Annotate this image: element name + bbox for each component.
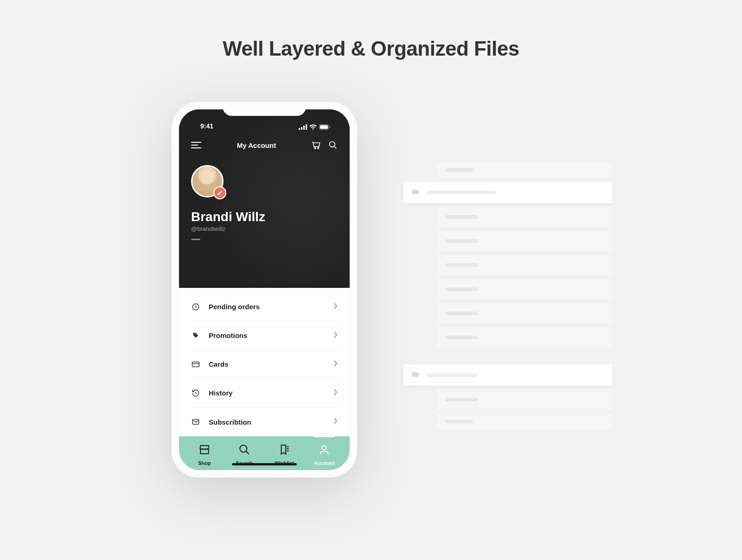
tab-label: Account — [314, 460, 334, 466]
accent-underline — [191, 239, 200, 240]
svg-point-11 — [314, 147, 316, 149]
menu-item-label: Pending orders — [209, 303, 326, 311]
menu-item-cards[interactable]: Cards — [191, 350, 338, 379]
tab-bar: Shop Search Wishlist — [179, 436, 350, 470]
layer-row — [437, 255, 612, 275]
history-icon — [191, 389, 200, 397]
layer-row — [437, 207, 612, 227]
tab-account[interactable]: Account — [308, 444, 340, 466]
card-icon — [191, 360, 200, 369]
svg-line-14 — [334, 146, 336, 149]
edit-avatar-button[interactable] — [213, 186, 226, 199]
tab-label: Shop — [198, 460, 211, 466]
menu-item-history[interactable]: History — [191, 379, 338, 407]
menu-item-subscription[interactable]: Subscribtion — [191, 407, 338, 436]
tag-icon — [191, 331, 200, 340]
layer-group-header — [403, 364, 612, 386]
svg-point-19 — [240, 445, 247, 452]
svg-line-20 — [246, 451, 249, 454]
layer-row — [437, 279, 612, 299]
layer-row — [437, 303, 612, 324]
account-menu: Pending orders Promotions — [179, 288, 350, 436]
svg-rect-5 — [320, 125, 328, 129]
layer-row — [437, 414, 612, 429]
status-bar: 9:41 — [191, 109, 338, 131]
account-hero: 9:41 — [179, 109, 350, 288]
chevron-right-icon — [334, 303, 338, 311]
layer-group-header — [403, 182, 612, 203]
svg-rect-2 — [303, 126, 305, 130]
menu-item-label: History — [209, 389, 326, 397]
layer-row — [437, 231, 612, 251]
nav-title: My Account — [237, 141, 276, 149]
folder-icon — [412, 188, 419, 197]
battery-icon — [319, 124, 330, 130]
profile-handle: @brandiwillz — [191, 225, 338, 232]
svg-rect-6 — [329, 126, 330, 128]
svg-rect-3 — [306, 124, 307, 130]
avatar-wrap — [191, 165, 224, 197]
home-indicator — [232, 463, 297, 465]
svg-rect-0 — [299, 128, 300, 130]
search-icon — [238, 444, 250, 458]
svg-point-13 — [329, 142, 335, 147]
chevron-right-icon — [334, 418, 338, 426]
chevron-right-icon — [334, 389, 338, 397]
svg-rect-1 — [301, 127, 302, 130]
menu-item-promotions[interactable]: Promotions — [191, 321, 338, 350]
layer-row — [437, 327, 612, 348]
user-icon — [318, 444, 330, 458]
layers-panel — [417, 162, 612, 433]
svg-point-12 — [318, 147, 319, 149]
folder-icon — [412, 371, 419, 379]
bookmark-icon — [278, 444, 290, 458]
status-time: 9:41 — [200, 122, 213, 130]
layer-row — [437, 162, 612, 178]
tab-wishlist[interactable]: Wishlist — [268, 444, 301, 466]
mail-icon — [191, 418, 200, 426]
phone-mockup: 9:41 — [172, 102, 357, 477]
phone-screen: 9:41 — [179, 109, 350, 470]
nav-bar: My Account — [191, 138, 338, 152]
cart-button[interactable] — [312, 140, 321, 150]
signal-icon — [299, 124, 307, 130]
menu-item-pending-orders[interactable]: Pending orders — [191, 293, 338, 321]
layer-row — [437, 389, 612, 410]
clock-icon — [191, 303, 200, 311]
tab-shop[interactable]: Shop — [188, 444, 221, 466]
search-button[interactable] — [328, 140, 338, 150]
menu-item-label: Subscribtion — [209, 418, 326, 426]
svg-rect-16 — [192, 362, 199, 367]
menu-item-label: Cards — [209, 360, 326, 368]
page-heading: Well Layered & Organized Files — [0, 37, 742, 60]
svg-line-10 — [313, 142, 313, 143]
chevron-right-icon — [334, 360, 338, 369]
menu-item-label: Promotions — [209, 331, 326, 339]
menu-button[interactable] — [191, 142, 201, 148]
tab-search[interactable]: Search — [228, 444, 261, 466]
shop-icon — [198, 444, 211, 458]
chevron-right-icon — [334, 331, 338, 340]
profile-name: Brandi Willz — [191, 210, 338, 224]
svg-point-24 — [322, 445, 326, 450]
wifi-icon — [309, 124, 317, 130]
